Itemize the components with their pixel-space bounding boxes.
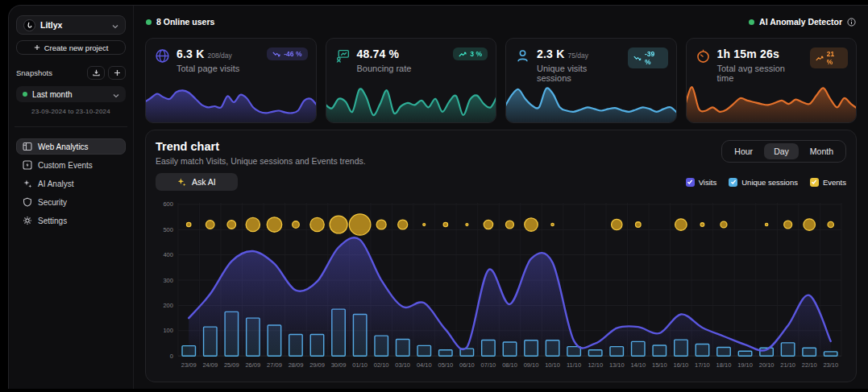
svg-text:28/09: 28/09 (289, 361, 304, 369)
sparkles-icon (177, 178, 186, 187)
globe-icon (155, 48, 170, 64)
svg-text:18/10: 18/10 (716, 361, 732, 369)
sparkline-chart (145, 80, 317, 123)
online-status-dot (146, 19, 152, 25)
topbar: 8 Online users AI Anomaly Detector (134, 6, 868, 38)
litlyx-logo-icon (23, 19, 35, 31)
info-icon[interactable] (847, 18, 856, 27)
check-icon (687, 179, 693, 185)
events-bubbles (187, 214, 834, 235)
timer-icon (696, 48, 711, 64)
svg-text:0: 0 (170, 353, 173, 360)
stat-value: 6.3 K (177, 47, 204, 60)
chart-legend: Visits Unique sessions Events (686, 178, 846, 187)
tab-day[interactable]: Day (764, 143, 799, 159)
stat-label: Total page visits (177, 64, 239, 73)
checkbox-visits[interactable] (686, 178, 695, 187)
svg-text:400: 400 (163, 251, 172, 258)
check-icon (811, 179, 817, 185)
tab-month[interactable]: Month (800, 143, 843, 159)
svg-text:10/10: 10/10 (545, 361, 560, 369)
trend-badge: -39 % (628, 47, 667, 68)
svg-text:15/10: 15/10 (652, 361, 667, 369)
svg-text:100: 100 (163, 327, 172, 334)
trend-chart-canvas[interactable]: 0 100 200 300 400 500 600 23/0924/0925/0… (156, 200, 846, 375)
sidebar: Litlyx Create new project Snapshots Last (9, 6, 134, 389)
svg-text:06/10: 06/10 (459, 361, 475, 369)
range-tabs: Hour Day Month (721, 140, 846, 163)
stat-rate: 208/day (207, 52, 231, 60)
online-users-label: 8 Online users (156, 17, 214, 27)
sparkles-icon (23, 179, 32, 188)
sidebar-item-ai-analyst[interactable]: AI Analyst (16, 175, 126, 192)
checkbox-events[interactable] (810, 178, 819, 187)
sidebar-item-security[interactable]: Security (16, 194, 126, 210)
legend-item-unique-sessions[interactable]: Unique sessions (729, 178, 798, 187)
trend-down-icon (633, 56, 642, 61)
stat-card-avg-session-time: 1h 15m 26s Total avg session time 21 % (686, 38, 858, 123)
shield-icon (23, 197, 32, 207)
project-name: Litlyx (40, 20, 62, 30)
svg-text:07/10: 07/10 (481, 361, 496, 369)
svg-text:05/10: 05/10 (438, 361, 454, 369)
stat-value: 2.3 K (537, 47, 564, 60)
status-dot (23, 92, 27, 97)
create-project-label: Create new project (44, 43, 109, 52)
sidebar-item-label: Web Analytics (38, 142, 89, 151)
trend-chart-panel: Trend chart Easily match Visits, Unique … (145, 130, 857, 382)
snapshot-download-button[interactable] (87, 66, 105, 80)
trend-badge: -46 % (267, 47, 307, 60)
svg-text:17/10: 17/10 (695, 361, 710, 369)
sparkline-chart (686, 80, 858, 123)
ask-ai-button[interactable]: Ask AI (156, 173, 238, 191)
svg-text:23/09: 23/09 (181, 361, 197, 369)
sidebar-item-custom-events[interactable]: Custom Events (16, 157, 126, 173)
anomaly-status-dot (749, 19, 754, 25)
svg-text:16/10: 16/10 (674, 361, 689, 369)
svg-text:14/10: 14/10 (630, 361, 646, 369)
svg-text:25/09: 25/09 (224, 361, 239, 369)
tab-hour[interactable]: Hour (725, 143, 762, 159)
svg-text:20/10: 20/10 (759, 361, 775, 369)
user-icon (515, 48, 530, 64)
svg-text:29/09: 29/09 (309, 361, 325, 369)
sidebar-item-label: Settings (38, 217, 67, 225)
sidebar-item-web-analytics[interactable]: Web Analytics (16, 138, 126, 155)
trend-badge: 21 % (810, 47, 848, 68)
sparkline-chart (326, 80, 497, 123)
trend-badge: 3 % (453, 47, 488, 60)
download-icon (93, 69, 100, 76)
project-selector[interactable]: Litlyx (16, 15, 126, 35)
snapshot-value: Last month (32, 90, 72, 99)
legend-item-events[interactable]: Events (810, 178, 846, 187)
stat-rate: 75/day (567, 52, 588, 60)
check-icon (730, 179, 737, 185)
stat-value: 48.74 % (357, 47, 400, 60)
create-project-button[interactable]: Create new project (16, 40, 126, 55)
svg-text:200: 200 (163, 302, 172, 309)
chevron-down-icon (112, 18, 118, 32)
snapshot-select[interactable]: Last month (16, 86, 126, 102)
gear-icon (23, 216, 32, 225)
anomaly-detector-label: AI Anomaly Detector (759, 17, 842, 27)
web-analytics-icon (23, 142, 32, 151)
snapshots-label: Snapshots (16, 68, 52, 77)
sidebar-item-label: Security (38, 198, 67, 207)
svg-text:13/10: 13/10 (609, 361, 625, 369)
checkbox-unique-sessions[interactable] (729, 178, 737, 187)
sidebar-item-label: AI Analyst (38, 179, 73, 188)
svg-text:23/10: 23/10 (823, 361, 838, 369)
legend-item-visits[interactable]: Visits (686, 178, 717, 187)
sidebar-item-settings[interactable]: Settings (16, 213, 126, 229)
svg-text:12/10: 12/10 (588, 361, 603, 369)
page-title: Trend chart (156, 140, 366, 153)
presentation-chart-icon (335, 48, 351, 64)
snapshot-add-button[interactable] (108, 66, 126, 80)
trend-chart-svg: 0 100 200 300 400 500 600 23/0924/0925/0… (156, 200, 846, 375)
panel-subtitle: Easily match Visits, Unique sessions and… (156, 156, 366, 166)
app-window: Litlyx Create new project Snapshots Last (8, 5, 868, 389)
stat-value: 1h 15m 26s (717, 47, 780, 60)
svg-text:24/09: 24/09 (202, 361, 218, 369)
svg-text:02/10: 02/10 (374, 361, 389, 369)
svg-text:09/10: 09/10 (524, 361, 539, 369)
